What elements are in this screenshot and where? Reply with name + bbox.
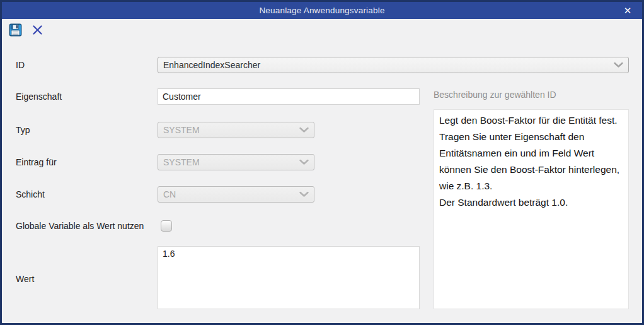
save-button[interactable] (9, 23, 22, 37)
wert-label: Wert (16, 271, 34, 287)
eintrag-fuer-dropdown-value: SYSTEM (163, 157, 200, 167)
chevron-down-icon (614, 62, 623, 68)
description-label: Beschreibung zur gewählten ID (434, 90, 556, 100)
typ-dropdown-value: SYSTEM (163, 125, 200, 135)
schicht-dropdown: CN (158, 186, 314, 203)
floppy-disk-icon (9, 28, 22, 38)
chevron-down-icon (299, 192, 309, 198)
id-label: ID (16, 57, 25, 73)
description-text: Legt den Boost-Faktor für die Entität fe… (434, 109, 629, 309)
dialog-window: Neuanlage Anwendungsvariable ✕ (0, 0, 644, 325)
x-icon (32, 27, 43, 37)
eintrag-fuer-label: Eintrag für (16, 154, 57, 170)
id-dropdown-value: EnhancedIndexSearcher (163, 60, 260, 70)
chevron-down-icon (299, 160, 309, 165)
typ-dropdown: SYSTEM (158, 122, 314, 138)
dialog-content: ID EnhancedIndexSearcher Eigenschaft Typ… (2, 19, 642, 323)
globale-variable-checkbox[interactable] (161, 220, 172, 232)
schicht-label: Schicht (16, 186, 45, 203)
id-dropdown[interactable]: EnhancedIndexSearcher (158, 57, 629, 73)
window-close-icon[interactable]: ✕ (618, 2, 637, 19)
cancel-button[interactable] (32, 25, 43, 35)
eigenschaft-label: Eigenschaft (16, 88, 62, 105)
chevron-down-icon (299, 127, 309, 133)
dialog-title: Neuanlage Anwendungsvariable (259, 6, 384, 15)
titlebar: Neuanlage Anwendungsvariable ✕ (2, 2, 642, 19)
eigenschaft-input[interactable] (158, 88, 420, 105)
schicht-dropdown-value: CN (163, 189, 176, 199)
eintrag-fuer-dropdown: SYSTEM (158, 154, 314, 170)
wert-textarea[interactable]: 1.6 (158, 246, 420, 309)
globale-variable-label: Globale Variable als Wert nutzen (16, 218, 144, 234)
typ-label: Typ (16, 122, 30, 138)
